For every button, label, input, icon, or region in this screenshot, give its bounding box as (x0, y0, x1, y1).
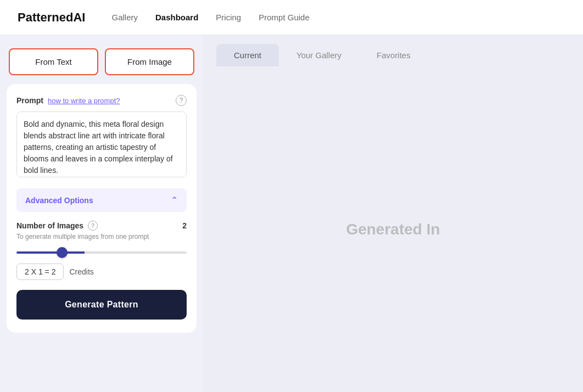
prompt-label: Prompt (16, 96, 43, 105)
num-images-label: Number of Images (16, 221, 83, 230)
prompt-label-row: Prompt how to write a prompt? ? (16, 95, 187, 106)
prompt-textarea[interactable] (16, 111, 187, 177)
header: PatternedAI Gallery Dashboard Pricing Pr… (0, 0, 583, 35)
left-card: Prompt how to write a prompt? ? Advanced… (7, 84, 197, 333)
credits-formula: 2 X 1 = 2 (16, 264, 64, 280)
num-images-row: Number of Images ? 2 (16, 221, 187, 231)
right-content: Generated In (203, 66, 583, 392)
nav-pricing[interactable]: Pricing (216, 13, 241, 22)
nav-prompt-guide[interactable]: Prompt Guide (259, 13, 310, 22)
advanced-options-bar[interactable]: Advanced Options ⌃ (16, 188, 187, 212)
main-nav: Gallery Dashboard Pricing Prompt Guide (111, 13, 309, 22)
left-panel: From Text From Image Prompt how to write… (0, 35, 203, 392)
num-images-help-icon[interactable]: ? (88, 221, 98, 231)
credits-label: Credits (69, 267, 93, 276)
num-images-desc: To generate multiple images from one pro… (16, 233, 187, 240)
num-images-slider[interactable] (16, 251, 187, 254)
slider-container (16, 246, 187, 256)
credits-row: 2 X 1 = 2 Credits (16, 264, 187, 280)
nav-gallery[interactable]: Gallery (111, 13, 138, 22)
advanced-options-label: Advanced Options (25, 196, 93, 205)
tab-current[interactable]: Current (216, 44, 279, 66)
right-panel: Current Your Gallery Favorites Generated… (203, 35, 583, 392)
generated-placeholder: Generated In (346, 221, 440, 238)
tab-favorites[interactable]: Favorites (359, 44, 428, 66)
generate-pattern-button[interactable]: Generate Pattern (16, 290, 187, 320)
num-images-value: 2 (182, 221, 187, 230)
main-layout: From Text From Image Prompt how to write… (0, 35, 583, 392)
right-tab-row: Current Your Gallery Favorites (203, 35, 583, 66)
nav-dashboard[interactable]: Dashboard (155, 13, 198, 22)
tab-your-gallery[interactable]: Your Gallery (279, 44, 359, 66)
from-text-tab[interactable]: From Text (9, 48, 98, 75)
chevron-up-icon: ⌃ (171, 195, 178, 205)
prompt-help-icon[interactable]: ? (176, 95, 187, 106)
from-image-tab[interactable]: From Image (105, 48, 194, 75)
mode-tab-row: From Text From Image (0, 44, 203, 84)
num-images-section: Number of Images ? 2 To generate multipl… (16, 221, 187, 280)
logo: PatternedAI (18, 10, 85, 25)
prompt-help-link[interactable]: how to write a prompt? (48, 97, 120, 105)
